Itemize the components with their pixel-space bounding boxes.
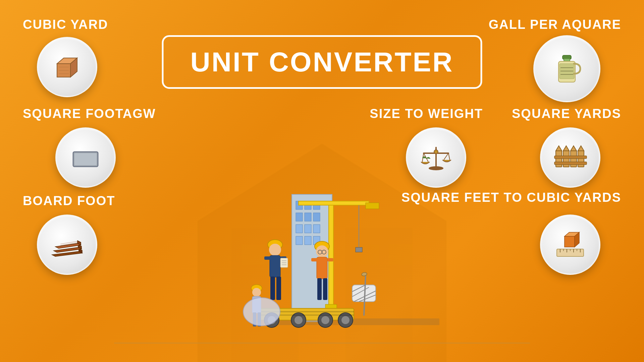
svg-rect-109 [311, 258, 317, 261]
label-size-to-weight: SIZE TO WEIGHT [370, 107, 483, 121]
svg-point-85 [294, 316, 303, 324]
svg-marker-38 [578, 146, 584, 151]
svg-rect-70 [313, 225, 320, 233]
label-gall-per-aquare: GALL PER AQUARE [489, 17, 621, 32]
svg-rect-71 [296, 236, 303, 245]
svg-marker-58 [565, 236, 575, 247]
label-cubic-yard: CUBIC YARD [23, 17, 108, 32]
svg-rect-40 [554, 162, 587, 165]
svg-rect-68 [296, 225, 303, 233]
icon-cubic-yard[interactable] [37, 37, 97, 97]
svg-rect-39 [554, 156, 587, 159]
svg-rect-74 [329, 201, 333, 305]
svg-rect-66 [305, 213, 311, 221]
svg-rect-95 [264, 256, 270, 260]
svg-point-25 [434, 150, 438, 154]
svg-marker-35 [556, 146, 562, 151]
label-square-yards: SQUARE YARDS [512, 107, 621, 121]
svg-rect-101 [270, 277, 275, 300]
svg-point-118 [243, 298, 280, 326]
svg-rect-72 [305, 236, 311, 245]
svg-point-89 [341, 316, 350, 324]
icon-square-feet-cubic[interactable] [540, 215, 600, 275]
svg-line-29 [448, 153, 450, 160]
svg-rect-67 [313, 213, 320, 221]
icon-gall-per-aquare[interactable] [533, 35, 600, 102]
svg-rect-94 [270, 255, 280, 277]
icon-square-footagw[interactable] [55, 127, 116, 188]
svg-marker-37 [571, 146, 577, 151]
svg-marker-36 [563, 146, 569, 151]
svg-rect-111 [317, 278, 322, 300]
svg-rect-65 [296, 213, 303, 221]
svg-rect-75 [299, 201, 369, 205]
svg-line-124 [364, 275, 366, 315]
svg-rect-21 [74, 153, 97, 165]
svg-rect-69 [305, 225, 311, 233]
svg-point-87 [321, 316, 329, 324]
icon-square-yards[interactable] [540, 127, 600, 188]
svg-rect-110 [327, 258, 333, 261]
label-square-footagw: SQUARE FOOTAGW [23, 107, 156, 121]
svg-line-28 [444, 153, 448, 160]
main-title: UNIT CONVERTER [191, 46, 454, 78]
svg-rect-78 [366, 203, 379, 209]
svg-point-114 [252, 288, 261, 297]
icon-board-foot[interactable] [37, 215, 97, 275]
svg-rect-108 [317, 257, 327, 279]
svg-rect-102 [276, 277, 281, 300]
svg-rect-77 [356, 247, 362, 252]
svg-rect-112 [323, 278, 327, 300]
svg-point-93 [269, 244, 281, 256]
svg-point-125 [361, 272, 367, 277]
main-title-box: UNIT CONVERTER [162, 35, 482, 89]
label-board-foot: BOARD FOOT [23, 194, 115, 208]
